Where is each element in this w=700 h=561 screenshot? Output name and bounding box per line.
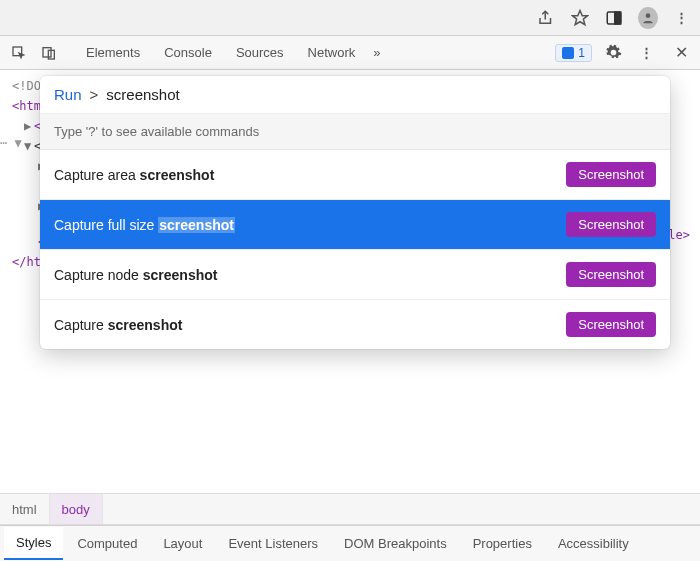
issues-icon xyxy=(562,47,574,59)
tab-console[interactable]: Console xyxy=(152,37,224,68)
svg-marker-0 xyxy=(573,10,588,24)
tab-sources[interactable]: Sources xyxy=(224,37,296,68)
command-item-capture-node[interactable]: Capture node screenshot Screenshot xyxy=(40,250,670,300)
command-category-badge: Screenshot xyxy=(566,212,656,237)
issues-chip[interactable]: 1 xyxy=(555,44,592,62)
tab-computed[interactable]: Computed xyxy=(65,528,149,559)
command-item-capture-full-size[interactable]: Capture full size screenshot Screenshot xyxy=(40,200,670,250)
command-category-badge: Screenshot xyxy=(566,162,656,187)
command-category-badge: Screenshot xyxy=(566,312,656,337)
command-query-text[interactable]: screenshot xyxy=(106,86,179,103)
command-item-capture[interactable]: Capture screenshot Screenshot xyxy=(40,300,670,349)
devtools-menu-icon[interactable]: ⋮ xyxy=(634,45,660,60)
svg-rect-2 xyxy=(615,12,621,24)
svg-rect-5 xyxy=(43,47,51,56)
command-item-label: Capture area screenshot xyxy=(54,167,214,183)
command-prompt-glyph: > xyxy=(90,86,99,103)
tab-accessibility[interactable]: Accessibility xyxy=(546,528,641,559)
command-item-capture-area[interactable]: Capture area screenshot Screenshot xyxy=(40,150,670,200)
star-icon[interactable] xyxy=(570,8,590,28)
settings-gear-icon[interactable] xyxy=(600,44,626,61)
tab-properties[interactable]: Properties xyxy=(461,528,544,559)
collapse-icon[interactable]: ▼ xyxy=(24,136,34,156)
dom-fragment: le> xyxy=(668,228,690,242)
devtools-tabbar: Elements Console Sources Network » 1 ⋮ ✕ xyxy=(0,36,700,70)
command-list: Capture area screenshot Screenshot Captu… xyxy=(40,150,670,349)
svg-point-3 xyxy=(646,13,651,18)
account-icon[interactable] xyxy=(638,8,658,28)
crumb-html[interactable]: html xyxy=(0,494,50,524)
tab-network[interactable]: Network xyxy=(296,37,368,68)
command-hint: Type '?' to see available commands xyxy=(40,114,670,150)
tabs-overflow-icon[interactable]: » xyxy=(367,37,386,68)
command-run-label: Run xyxy=(54,86,82,103)
dom-breadcrumb: html body xyxy=(0,493,700,525)
tab-dom-breakpoints[interactable]: DOM Breakpoints xyxy=(332,528,459,559)
browser-toolbar: ⋮ xyxy=(0,0,700,36)
tab-layout[interactable]: Layout xyxy=(151,528,214,559)
command-menu: Run >screenshot Type '?' to see availabl… xyxy=(40,76,670,349)
command-item-label: Capture node screenshot xyxy=(54,267,217,283)
browser-menu-icon[interactable]: ⋮ xyxy=(672,8,692,28)
devtools-close-icon[interactable]: ✕ xyxy=(668,43,694,62)
tab-elements[interactable]: Elements xyxy=(74,37,152,68)
command-category-badge: Screenshot xyxy=(566,262,656,287)
side-panel-icon[interactable] xyxy=(604,8,624,28)
share-icon[interactable] xyxy=(536,8,556,28)
crumb-body[interactable]: body xyxy=(50,494,103,524)
tab-styles[interactable]: Styles xyxy=(4,527,63,560)
command-item-label: Capture screenshot xyxy=(54,317,182,333)
issues-count: 1 xyxy=(578,46,585,60)
inspect-element-icon[interactable] xyxy=(6,45,32,61)
expand-icon[interactable]: ▶ xyxy=(24,116,34,136)
command-input-row[interactable]: Run >screenshot xyxy=(40,76,670,114)
device-toggle-icon[interactable] xyxy=(36,45,62,61)
devtools-tabs: Elements Console Sources Network » xyxy=(74,37,387,68)
styles-tabbar: Styles Computed Layout Event Listeners D… xyxy=(0,525,700,561)
command-item-label: Capture full size screenshot xyxy=(54,217,235,233)
tab-event-listeners[interactable]: Event Listeners xyxy=(216,528,330,559)
dom-gutter-indicator: ⋯ ▼ xyxy=(0,136,22,150)
